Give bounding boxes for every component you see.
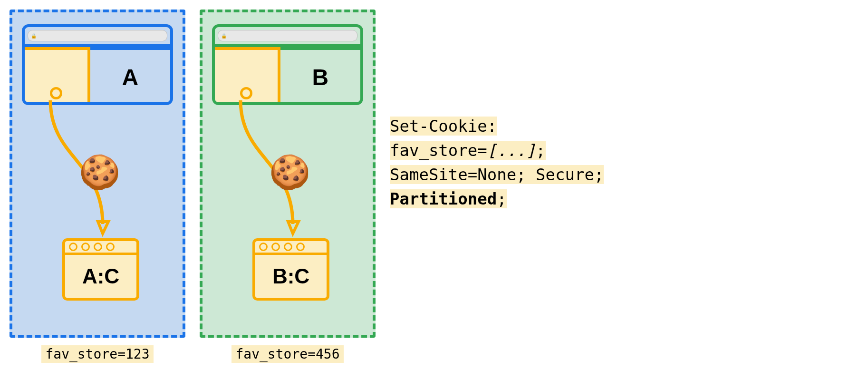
partition-a-caption: fav_store=123 [10,346,185,362]
partition-b-column: 🔒 B 🍪 [200,10,376,362]
cookie-flow-b: 🍪 [212,105,363,238]
code-line-4a: Partitioned [390,189,497,208]
lock-icon: 🔒 [31,33,37,39]
top-site-label: B [280,47,360,104]
browser-window-b: 🔒 B [212,24,363,105]
set-cookie-code: Set-Cookie: fav_store=[...]; SameSite=No… [390,114,604,211]
iframe-pane [25,47,90,104]
lock-icon: 🔒 [221,33,227,39]
browser-window-a: 🔒 A [22,24,173,105]
flow-origin-dot-icon [50,87,62,99]
address-bar: 🔒 [28,30,167,41]
code-line-2b: [...] [487,141,536,160]
browser-panes: B [215,47,360,104]
flow-origin-dot-icon [240,87,252,99]
partition-a-column: 🔒 A 🍪 [10,10,185,362]
code-line-3: SameSite=None; Secure; [390,165,604,184]
browser-panes: A [25,47,170,104]
code-line-2c: ; [536,141,545,160]
partition-a: 🔒 A 🍪 [10,10,185,338]
top-site-label: A [90,47,170,104]
jar-label: B:C [255,255,327,298]
cookie-value-a: fav_store=123 [41,345,153,363]
jar-label: A:C [65,255,136,298]
iframe-pane [215,47,280,104]
cookie-icon: 🍪 [269,153,310,192]
diagram-root: 🔒 A 🍪 [10,10,858,362]
partition-b-caption: fav_store=456 [200,346,376,362]
code-line-1: Set-Cookie: [390,117,497,136]
address-bar: 🔒 [218,30,357,41]
code-line-4b: ; [497,189,506,208]
partition-b: 🔒 B 🍪 [200,10,376,338]
cookie-flow-a: 🍪 [22,105,173,238]
code-line-2a: fav_store= [390,141,487,160]
cookie-icon: 🍪 [79,153,120,192]
cookie-value-b: fav_store=456 [231,345,343,363]
